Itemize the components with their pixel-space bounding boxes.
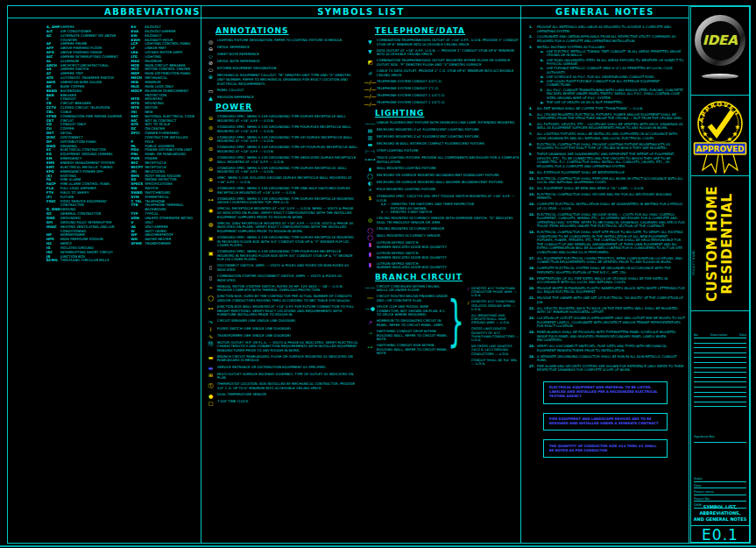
- symbol-glyph-icon: ◇: [204, 53, 217, 58]
- symbol-row: ▼DATA OUTLET AT +18" A.F.F., U.O.N. — PR…: [364, 49, 519, 57]
- symbol-description: SPLICE (CAP AND PIGTAIL WIRE CONNECTOR) …: [377, 305, 448, 317]
- symbol-description: JUNCTION BOX, SIZED BY THE CONTRACTOR PE…: [217, 295, 358, 302]
- symbol-row: ▯DISCONNECT SWITCH, AMPS — VOLTS & POLES…: [204, 264, 358, 272]
- symbol-row: CONDUIT SHALL BE 3/4" MIN. — U.O.N.: [465, 359, 519, 367]
- boxed-note: FIRE EQUIPMENT AND LANDSCAPE DEVICES ARE…: [543, 413, 668, 431]
- general-note: 6.ALL FIXTURES, DEVICES, ETC... LOCATION…: [529, 123, 685, 131]
- branch-circuit-items: ——CIRCUIT CONCEALED WITHIN CEILING, WALL…: [364, 285, 448, 368]
- general-note-text: ALL EQUIPMENT SHALL BE NEW AND BEAR A "U…: [537, 187, 685, 191]
- general-note-text: ALL EQUIPMENT ELECTRICAL CHARACTERISTICS…: [537, 257, 685, 265]
- symbol-row: ⍟POLE MOUNTED LIGHTING FIXTURE.: [364, 188, 519, 193]
- general-note-number: 11.: [529, 177, 537, 185]
- symbol-row: ⊖STANDARD SPEC. NEMA 5-15R GROUNDING TYP…: [204, 115, 358, 123]
- symbol-description: LUTRON KEYPAD SWITCH. NUMBER INDICATES D…: [377, 262, 519, 270]
- symbol-description: DENOTES #12 THHN/THWN ISOLATED GROUND WI…: [471, 300, 519, 311]
- symbol-row: ALL BRANCHING AND CIRCUITS SHALL HAVE GR…: [465, 314, 519, 325]
- symbol-glyph-icon: ●: [204, 393, 217, 398]
- symbol-glyph-icon: ⊜: [204, 125, 217, 133]
- sheet-title-line1: SYMBOL LIST, ABBREVIATIONS,: [693, 504, 747, 516]
- general-note: 15.ELECTRICAL CONTRACTOR SHALL INCLUDE I…: [529, 213, 685, 229]
- symbol-glyph-icon: ▭: [204, 89, 217, 94]
- revision-rows: [694, 338, 746, 407]
- symbol-description: TRANSFORMER (SEE SINGLE LINE DIAGRAM): [217, 334, 358, 339]
- symbols-left-column: ANNOTATIONS◎LIGHTING FIXTURE DESIGNATION…: [204, 18, 358, 543]
- symbol-glyph-icon: ⊖: [204, 167, 217, 174]
- symbol-description: DUAL TEMPERATURE SENSOR: [217, 393, 358, 398]
- general-note-subletter: g.: [541, 101, 547, 105]
- symbol-glyph-icon: ⊖: [204, 115, 217, 123]
- symbol-glyph-icon: ⍟: [364, 188, 377, 193]
- general-note-number: 9.: [529, 153, 537, 168]
- symbol-row: ⊶SWITCHING CONDUIT RISE WITHIN BUILDING …: [364, 344, 448, 356]
- general-note-text: ELECTRICAL CONTRACTOR SHALL PERFORM ALL …: [537, 177, 685, 185]
- symbol-row: —/—TELEPHONE SYSTEM CONDUIT 1 1/2"C.O.: [364, 101, 519, 106]
- symbol-row: ╌╌CIRCUIT ROUTED BELOW FINISHED GRADE AN…: [364, 295, 448, 302]
- symbol-description: HOMERUN TO DESIGNATED CIRCUIT IN PANEL. …: [377, 319, 448, 327]
- symbol-glyph-icon: ∿: [204, 334, 217, 339]
- boxed-note: THE QUANTITY OF CONDUCTOR SIZE #14 THRU …: [543, 439, 668, 458]
- symbol-description: STANDARD SPEC. 120/277V-20A SPST TOGGLE …: [377, 195, 519, 215]
- general-note: 9.THESE DRAWINGS ARE DIAGRAMMATIC AND RE…: [529, 153, 685, 168]
- symbol-glyph-icon: ▬: [204, 366, 217, 371]
- symbols-group-title: LIGHTING: [375, 109, 519, 117]
- symbol-row: ⊜STANDARD SPEC. NEMA 5-15R GROUNDING TYP…: [204, 125, 358, 133]
- general-note: 23.LOCATION OF OUTLET SHOWN IS APPROXIMA…: [529, 317, 685, 329]
- sheet-title: SYMBOL LIST, ABBREVIATIONS, AND GENERAL …: [693, 504, 747, 522]
- symbol-row: ——CIRCUIT CONCEALED WITHIN CEILING, WALL…: [364, 285, 448, 293]
- general-note-subitem: e.USE LIQUID-TIGHT FLEXIBLE CONDUIT FOR …: [541, 80, 685, 88]
- general-note-number: 2.: [529, 35, 537, 43]
- symbol-glyph-icon: ⊷: [204, 305, 217, 317]
- symbol-row: ▣STANDARD SPEC. NEMA 5-15R GROUNDING TYP…: [204, 236, 358, 248]
- symbol-description: STANDARD SPEC. NEMA 5-15R GROUNDING TYPE…: [217, 187, 358, 195]
- revision-table: No. Description Date: [694, 333, 746, 407]
- symbol-row: CROSS LINES DENOTE QUANTITY OF #12 THHN/…: [465, 327, 519, 342]
- symbol-glyph-icon: ◯: [204, 295, 217, 302]
- sheet-info-row: Scale:: [694, 475, 746, 482]
- sheet-info-row: Date:: [694, 482, 746, 489]
- abbreviation-key: XFMR: [131, 242, 145, 246]
- symbol-description: TRACK LIGHTING FIXTURE, PROVIDE ALL COMP…: [377, 156, 519, 164]
- symbol-row: ∕DENOTES #12 THHN/THWN ISOLATED GROUND W…: [465, 300, 519, 311]
- symbol-description: PANEL CALLOUT: [217, 89, 358, 94]
- symbol-glyph-icon: ◯: [364, 234, 377, 239]
- symbol-row: ↷CIRCUIT BREAKER (SEE SINGLE LINE DIAGRA…: [204, 319, 358, 324]
- symbol-glyph-icon: ◩: [364, 59, 377, 67]
- symbol-glyph-icon: ⊘: [204, 60, 217, 65]
- symbol-glyph-icon: ◉: [204, 207, 217, 219]
- symbol-description: REVISION REFERENCE: [217, 96, 358, 101]
- symbol-glyph-icon: —●: [364, 305, 377, 317]
- symbol-description: SPEC. NEMA 5-15R ISOLATED GROUND DUPLEX …: [217, 176, 358, 184]
- symbol-row: ⊢⊣STRIP LIGHTING FIXTURE.: [364, 149, 519, 154]
- symbol-description: STANDARD SPEC. NEMA 5-15R GROUNDING TYPE…: [217, 156, 358, 164]
- symbol-description: RECESSED OR SURFACE MOUNTED INCANDESCENT…: [377, 174, 519, 179]
- symbol-glyph-icon: ◎: [364, 217, 377, 224]
- general-note: 21.PROVIDE THE OWNER WITH ONE SET OF ELE…: [529, 296, 685, 304]
- general-notes-boxed: ELECTRICAL EQUIPMENT AND MATERIAL TO BE …: [529, 381, 685, 458]
- abbreviations-column-1: A, AMPAMPEREA/CAIR CONDITIONERACALTERNAT…: [46, 25, 127, 543]
- symbol-glyph-icon: ⊕: [204, 74, 217, 86]
- symbol-glyph-icon: ⊶: [204, 197, 217, 205]
- symbol-row: ●DUAL TEMPERATURE SENSOR: [204, 393, 358, 398]
- symbol-glyph-icon: ⊞: [204, 373, 217, 381]
- general-note-text: ELECTRICAL CONTRACTOR SHALL PROVIDE LIGH…: [537, 143, 685, 151]
- symbols-group-title: BRANCH CIRCUIT: [375, 273, 519, 281]
- symbol-description: SPECIAL 208V RECEPTACLE MOUNTED AT +18" …: [217, 222, 358, 234]
- sheet-info-rows: Scale:Date:Project name:Project No.:DWN:: [694, 475, 746, 509]
- symbol-row: ◍SPECIAL 208V RECEPTACLE MOUNTED AT +18"…: [204, 222, 358, 234]
- symbol-glyph-icon: ◯: [364, 174, 377, 179]
- symbol-description: CABLE TV DATA OUTLET, PROVIDE 1" C.O. ST…: [377, 69, 519, 77]
- symbol-row: ⊖STANDARD SPEC. NEMA 5-15R GROUNDING TYP…: [204, 167, 358, 174]
- general-note-text: COMPLETE ELECTRICAL SYSTEM SHALL BE GROU…: [537, 267, 685, 274]
- symbol-glyph-icon: ▮: [364, 262, 377, 270]
- general-note-subletter: a.: [541, 50, 547, 58]
- symbol-glyph-icon: ⊜: [204, 146, 217, 153]
- symbol-glyph-icon: ▲: [204, 96, 217, 101]
- symbol-row: ▣STANDARD SPEC. NEMA 5-15R GROUNDING TYP…: [204, 250, 358, 262]
- general-note-text: ALL EXTERIOR EQUIPMENT SHALL BE WEATHERP…: [537, 171, 685, 175]
- symbol-row: ⓂMOTOR OUTLET. H.P. OR F.L.A. — VOLTS & …: [204, 341, 358, 353]
- revision-date-label: Date: [739, 333, 746, 337]
- general-note-text: PROVIDE WHITE IN ENGRAVED PLASTIC NAMEPL…: [537, 287, 685, 295]
- symbol-row: ◎CEILING MOUNTED OCCUPANCY SENSOR WITH O…: [364, 217, 519, 224]
- general-note-number: 13.: [529, 193, 537, 201]
- symbol-glyph-icon: ▤: [364, 128, 377, 133]
